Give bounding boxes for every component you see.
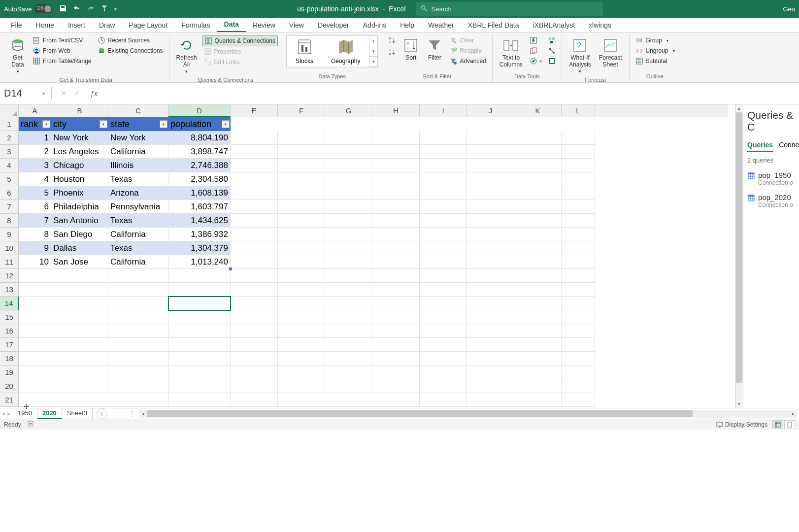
table-header-city[interactable]: city▾ bbox=[51, 117, 108, 131]
from-web-button[interactable]: From Web bbox=[31, 46, 94, 56]
row-header-17[interactable]: 17 bbox=[0, 338, 19, 352]
cell[interactable]: 8,804,190 bbox=[168, 131, 231, 145]
cell[interactable] bbox=[562, 228, 595, 241]
cell[interactable] bbox=[278, 159, 325, 172]
cell[interactable] bbox=[51, 352, 108, 366]
cell[interactable] bbox=[562, 186, 595, 200]
sheet-tab-1950[interactable]: 1950 bbox=[13, 408, 37, 419]
cell[interactable]: California bbox=[108, 255, 168, 269]
stocks-type[interactable]: Stocks bbox=[287, 36, 322, 67]
cell[interactable] bbox=[562, 145, 595, 159]
cell[interactable] bbox=[420, 310, 467, 324]
cell[interactable] bbox=[51, 297, 108, 310]
cell[interactable] bbox=[562, 241, 595, 255]
cell[interactable] bbox=[514, 352, 562, 366]
from-text-csv-button[interactable]: From Text/CSV bbox=[31, 35, 94, 45]
cell[interactable] bbox=[278, 269, 325, 283]
cell[interactable] bbox=[372, 214, 420, 228]
sort-asc-button[interactable]: AZ bbox=[386, 35, 398, 45]
cells[interactable]: rank▾city▾state▾population▾1New YorkNew … bbox=[19, 117, 595, 407]
cell[interactable] bbox=[168, 366, 231, 379]
cell[interactable] bbox=[562, 366, 595, 379]
tab-file[interactable]: File bbox=[4, 18, 29, 32]
cell[interactable] bbox=[467, 310, 514, 324]
cell[interactable] bbox=[325, 241, 372, 255]
ungroup-button[interactable]: Ungroup▾ bbox=[633, 46, 677, 56]
cell[interactable] bbox=[231, 338, 278, 352]
cell[interactable] bbox=[231, 214, 278, 228]
col-header-D[interactable]: D bbox=[168, 104, 231, 117]
cell[interactable] bbox=[420, 145, 467, 159]
cell[interactable]: 1,603,797 bbox=[168, 200, 231, 214]
page-layout-button[interactable] bbox=[784, 420, 795, 429]
cell[interactable] bbox=[420, 117, 467, 131]
cell[interactable] bbox=[467, 255, 514, 269]
cell[interactable] bbox=[278, 117, 325, 131]
cell[interactable] bbox=[420, 352, 467, 366]
cell[interactable] bbox=[231, 269, 278, 283]
cell[interactable] bbox=[562, 393, 595, 407]
cell[interactable] bbox=[19, 269, 51, 283]
cell[interactable] bbox=[231, 352, 278, 366]
cell[interactable] bbox=[420, 186, 467, 200]
cell[interactable] bbox=[108, 366, 168, 379]
from-table-range-button[interactable]: From Table/Range bbox=[31, 56, 94, 66]
cell[interactable] bbox=[231, 228, 278, 241]
cell[interactable]: 3,898,747 bbox=[168, 145, 231, 159]
cell[interactable]: Texas bbox=[108, 172, 168, 186]
data-model-button[interactable] bbox=[546, 56, 558, 66]
cell[interactable] bbox=[514, 145, 562, 159]
cell[interactable] bbox=[168, 283, 231, 297]
filter-dropdown-icon[interactable]: ▾ bbox=[222, 120, 230, 128]
cell[interactable] bbox=[372, 269, 420, 283]
cell[interactable] bbox=[325, 214, 372, 228]
cell[interactable] bbox=[562, 269, 595, 283]
cell[interactable] bbox=[467, 297, 514, 310]
chevron-down-icon[interactable]: ▾ bbox=[42, 91, 45, 96]
cell[interactable] bbox=[467, 324, 514, 338]
cell[interactable] bbox=[467, 159, 514, 172]
cell[interactable] bbox=[372, 172, 420, 186]
cell[interactable]: Illinois bbox=[108, 159, 168, 172]
cell[interactable] bbox=[19, 324, 51, 338]
row-headers[interactable]: 123456789101112131415161718192021 bbox=[0, 117, 19, 407]
remove-duplicates-button[interactable] bbox=[528, 46, 544, 56]
cell[interactable] bbox=[467, 241, 514, 255]
cell[interactable] bbox=[19, 366, 51, 379]
text-to-columns-button[interactable]: Text to Columns bbox=[497, 35, 526, 70]
cell[interactable] bbox=[51, 379, 108, 393]
scroll-right-icon[interactable]: ▸ bbox=[789, 410, 797, 418]
cell[interactable] bbox=[278, 338, 325, 352]
cell[interactable] bbox=[514, 393, 562, 407]
tab-developer[interactable]: Developer bbox=[311, 18, 356, 32]
cell[interactable] bbox=[325, 366, 372, 379]
row-header-19[interactable]: 19 bbox=[0, 366, 19, 379]
filter-dropdown-icon[interactable]: ▾ bbox=[42, 120, 50, 128]
cell[interactable] bbox=[51, 393, 108, 407]
cell[interactable] bbox=[514, 379, 562, 393]
recent-sources-button[interactable]: Recent Sources bbox=[96, 35, 165, 45]
cell[interactable] bbox=[562, 172, 595, 186]
cell[interactable]: 1,013,240 bbox=[168, 255, 231, 269]
cell[interactable] bbox=[108, 324, 168, 338]
cell[interactable] bbox=[278, 172, 325, 186]
cell[interactable] bbox=[514, 214, 562, 228]
tab-ixbrlanalyst[interactable]: iXBRLAnalyst bbox=[526, 18, 582, 32]
cell[interactable] bbox=[514, 131, 562, 145]
vertical-scrollbar[interactable]: ▴ ▾ bbox=[735, 104, 743, 408]
cell[interactable]: 10 bbox=[19, 255, 51, 269]
cell[interactable] bbox=[325, 117, 372, 131]
cell[interactable] bbox=[231, 379, 278, 393]
cell[interactable] bbox=[467, 393, 514, 407]
cell[interactable] bbox=[168, 269, 231, 283]
consolidate-button[interactable] bbox=[546, 35, 558, 45]
cell[interactable]: California bbox=[108, 228, 168, 241]
cell[interactable] bbox=[231, 393, 278, 407]
cell[interactable] bbox=[372, 310, 420, 324]
col-header-G[interactable]: G bbox=[325, 104, 372, 117]
cell[interactable] bbox=[514, 117, 562, 131]
cell[interactable] bbox=[278, 186, 325, 200]
cell[interactable]: Texas bbox=[108, 241, 168, 255]
cell[interactable] bbox=[231, 200, 278, 214]
cell[interactable] bbox=[514, 255, 562, 269]
